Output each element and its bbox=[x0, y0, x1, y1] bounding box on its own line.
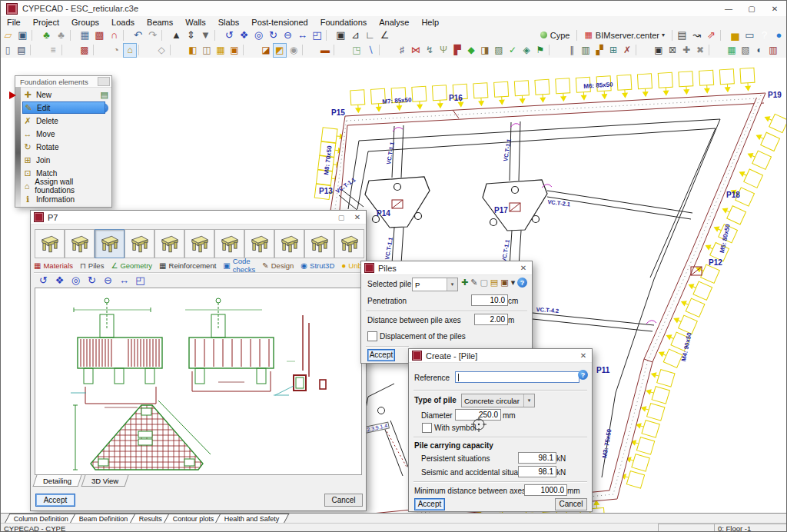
ribbon-tool-icon[interactable]: ✚ bbox=[679, 44, 693, 57]
help-icon[interactable]: ? bbox=[757, 28, 772, 42]
ribbon-tool-icon[interactable]: ▥ bbox=[579, 44, 593, 57]
penetration-input[interactable]: 10.0 bbox=[471, 294, 508, 306]
ribbon-tool-icon[interactable]: ▣ bbox=[652, 44, 666, 57]
ribbon-tool-icon[interactable]: ≡ bbox=[46, 44, 60, 57]
toolbar-icon[interactable]: ◎ bbox=[251, 28, 266, 42]
ribbon-tool-icon[interactable] bbox=[302, 45, 317, 55]
ribbon-tool-icon[interactable]: ◩ bbox=[273, 43, 287, 58]
accept-button[interactable]: Accept bbox=[35, 494, 75, 507]
ribbon-tool-icon[interactable]: ▞ bbox=[593, 44, 606, 57]
displacement-checkbox[interactable] bbox=[367, 331, 377, 341]
ribbon-tool-icon[interactable]: ◇ bbox=[154, 44, 168, 57]
ribbon-tool-icon[interactable]: ◳ bbox=[350, 44, 364, 57]
pilecap-type-button[interactable] bbox=[214, 229, 244, 258]
toolbar-icon[interactable]: ↔ bbox=[295, 28, 310, 42]
toolbar-icon[interactable]: ∟ bbox=[363, 28, 377, 42]
seismic-input[interactable]: 98.1 bbox=[518, 466, 556, 477]
menu-item[interactable]: Groups bbox=[65, 18, 105, 27]
p7-tab[interactable]: ◉ Strut3D bbox=[301, 261, 334, 270]
cype-button[interactable]: Cype bbox=[536, 31, 575, 40]
foundation-item-new[interactable]: ✚ New bbox=[22, 88, 105, 101]
pilecap-type-button[interactable] bbox=[244, 229, 274, 258]
toolbar-icon[interactable]: ▱ bbox=[1, 28, 15, 42]
accept-button[interactable]: Accept bbox=[367, 349, 395, 361]
persistent-input[interactable]: 98.1 bbox=[518, 452, 556, 464]
detailing-view-tab[interactable]: 3D View bbox=[81, 475, 129, 487]
minimize-button[interactable]: — bbox=[717, 1, 740, 16]
ribbon-tool-icon[interactable]: ▥ bbox=[766, 44, 780, 57]
ribbon-tool-icon[interactable]: ▣ bbox=[227, 44, 241, 57]
ribbon-tool-icon[interactable] bbox=[93, 45, 108, 55]
dialog-title-bar[interactable]: Create - [Pile] ✕ bbox=[409, 349, 592, 363]
pilecap-type-button[interactable] bbox=[35, 229, 65, 258]
toolbar-icon[interactable]: ❖ bbox=[237, 28, 251, 42]
menu-item[interactable]: Beams bbox=[141, 18, 179, 27]
cancel-button[interactable]: Cancel bbox=[324, 494, 363, 507]
ribbon-tool-icon[interactable]: ♯ bbox=[395, 44, 409, 57]
ribbon-tool-icon[interactable]: ∖ bbox=[364, 44, 377, 57]
pilecap-type-button[interactable] bbox=[65, 229, 95, 258]
view-tool-icon[interactable]: ◎ bbox=[68, 274, 84, 287]
bimserver-center-button[interactable]: ▦BIMserver.center▾ bbox=[579, 30, 669, 40]
maximize-icon[interactable]: ▢ bbox=[334, 214, 349, 221]
toolbar-icon[interactable]: ↺ bbox=[222, 28, 237, 42]
pilecap-type-button[interactable] bbox=[154, 229, 184, 258]
foundation-item-assign-wall-foundations[interactable]: ⌂ Assign wall foundations bbox=[22, 180, 105, 192]
ribbon-tool-icon[interactable]: ◫ bbox=[200, 44, 214, 57]
toolbar-icon[interactable]: ▼ bbox=[198, 28, 213, 42]
toolbar-icon[interactable]: ∠ bbox=[377, 28, 392, 42]
toolbar-icon[interactable]: ∩ bbox=[107, 28, 121, 42]
pen-icon[interactable]: ↝ bbox=[689, 28, 704, 42]
toolbar-icon[interactable]: ▦ bbox=[78, 28, 92, 42]
ribbon-tool-icon[interactable]: ▦ bbox=[725, 44, 739, 57]
accept-button[interactable]: Accept bbox=[414, 498, 445, 510]
ribbon-tool-icon[interactable]: ◔ bbox=[109, 44, 123, 57]
menu-item[interactable]: Analyse bbox=[373, 18, 415, 27]
foundation-item-rotate[interactable]: ↻ Rotate bbox=[22, 141, 105, 153]
add-pile-icon[interactable]: ✚ bbox=[461, 278, 468, 288]
ribbon-tool-icon[interactable]: ◆ bbox=[464, 44, 478, 57]
ribbon-tool-icon[interactable]: ▨ bbox=[492, 44, 506, 57]
pilecap-type-button[interactable] bbox=[304, 229, 334, 258]
detailing-view-tab[interactable]: Detailing bbox=[33, 475, 82, 487]
ribbon-tool-icon[interactable]: ◪ bbox=[259, 44, 273, 57]
toolbar-icon[interactable]: ▲ bbox=[169, 28, 184, 42]
detailing-viewport[interactable] bbox=[35, 288, 362, 475]
ribbon-tool-icon[interactable] bbox=[61, 45, 76, 55]
view-tool-icon[interactable]: ↻ bbox=[84, 274, 100, 287]
view-tool-icon[interactable]: ⊖ bbox=[100, 274, 116, 287]
ribbon-tool-icon[interactable]: ◐ bbox=[752, 44, 766, 57]
web-icon[interactable]: ● bbox=[772, 28, 786, 42]
ribbon-tool-icon[interactable] bbox=[30, 45, 45, 55]
dialog-title-bar[interactable]: P7 ▢ ✕ bbox=[31, 211, 366, 224]
ribbon-tool-icon[interactable]: ◈ bbox=[520, 44, 533, 57]
foundation-item-delete[interactable]: ✗ Delete bbox=[22, 115, 105, 127]
ribbon-tool-icon[interactable]: Ψ bbox=[437, 44, 450, 57]
toolbar-icon[interactable]: ♣ bbox=[54, 28, 68, 42]
p7-tab[interactable]: ▦ Materials bbox=[34, 261, 73, 270]
help-icon[interactable]: ? bbox=[578, 370, 588, 380]
ribbon-tool-icon[interactable] bbox=[549, 45, 563, 55]
toolbar-icon[interactable] bbox=[720, 30, 726, 41]
import-pile-icon[interactable]: ▤ bbox=[490, 278, 498, 288]
help-icon[interactable]: ? bbox=[517, 278, 527, 288]
menu-item[interactable]: Walls bbox=[179, 18, 211, 27]
close-button[interactable]: ✕ bbox=[763, 1, 786, 16]
ribbon-tool-icon[interactable]: ▬ bbox=[318, 44, 332, 57]
p7-tab[interactable]: ▣ Code checks bbox=[223, 257, 255, 274]
toolbar-icon[interactable] bbox=[32, 30, 38, 41]
foundation-item-information[interactable]: ℹ Information bbox=[22, 193, 105, 205]
view-tool-icon[interactable]: ↔ bbox=[116, 274, 132, 287]
toolbar-icon[interactable]: ▣ bbox=[334, 28, 348, 42]
min-distance-input[interactable]: 1000.0 bbox=[524, 484, 567, 496]
view-tool-icon[interactable]: ◰ bbox=[132, 274, 148, 287]
ribbon-tool-icon[interactable]: ⊠ bbox=[666, 44, 679, 57]
ribbon-tool-icon[interactable]: ▦ bbox=[214, 44, 227, 57]
view-tool-icon[interactable]: ❖ bbox=[51, 274, 68, 287]
toolbar-icon[interactable]: ↷ bbox=[145, 28, 160, 42]
ribbon-tool-icon[interactable]: ▛ bbox=[450, 44, 464, 57]
toolbar-icon[interactable]: ▣ bbox=[15, 28, 30, 42]
menu-item[interactable]: Loads bbox=[105, 18, 141, 27]
dialog-title-bar[interactable]: Piles ✕ bbox=[361, 261, 532, 275]
toolbar-icon[interactable]: ↻ bbox=[266, 28, 281, 42]
